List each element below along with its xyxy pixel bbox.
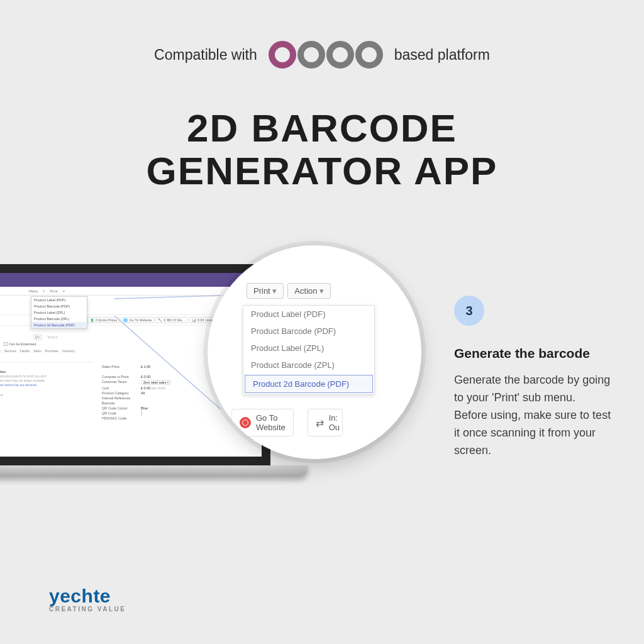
tab-services[interactable]: Services [4,349,16,353]
mini-opt-4[interactable]: Product Barcode (ZPL) [31,316,87,322]
category[interactable]: All [141,391,145,395]
mag-opt-1[interactable]: Product Label (PDF) [243,306,374,323]
mag-print-button[interactable]: Print [247,283,284,299]
odoo-o-icon [269,41,296,69]
mag-opt-5[interactable]: Product 2d Barcode (PDF) [245,375,373,393]
app-toolbar: Mass ▾ Print ▾ [0,287,262,296]
page-title: 2D BARCODE GENERATOR APP [0,107,644,192]
mag-print-dropdown[interactable]: Product Label (PDF) Product Barcode (PDF… [243,305,375,395]
mini-opt-5[interactable]: Product 2d Barcode (PDF) [31,322,87,328]
mini-opt-2[interactable]: Product Barcode (PDF) [31,303,87,309]
mag-opt-4[interactable]: Product Barcode (ZPL) [243,357,374,374]
smart-extra-prices[interactable]: 💲0 Extra Prices [87,317,120,323]
chk-expensed[interactable]: Can be Expensed [9,342,36,346]
odoo-logo [269,41,383,69]
brand-placeholder[interactable]: Brand [48,335,58,339]
odoo-d-icon [297,41,325,69]
smart-bom[interactable]: 🔧0 Bill Of Ma… [155,317,187,323]
form-tabs: General Information Attributes & Variant… [0,349,93,362]
footer-logo: yechte CREATING VALUE [49,586,126,613]
compat-prefix: Compatible with [154,47,257,64]
title-line1: 2D BARCODE [0,107,644,150]
laptop-base [0,465,308,477]
compat-suffix: based platform [394,47,490,64]
mini-print-dropdown[interactable]: Product Label (PDF) Product Barcode (PDF… [31,296,87,329]
magnifier-callout: Print Action Product Label (PDF) Product… [208,245,421,459]
tab-purchase[interactable]: Purchase [45,349,58,353]
sales-price[interactable]: £ 1.00 [141,365,150,369]
cost[interactable]: £ 0.00 [141,386,150,390]
tab-sales[interactable]: Sales [33,349,42,353]
copy-body: Generate the barcode by going to your 'P… [454,372,611,459]
lang-pill[interactable]: EN [33,335,42,340]
compat-line: Compatible with based platform [0,41,644,69]
invoicing-policy[interactable]: Ordered quantities [0,370,6,374]
title-line2: GENERATOR APP [0,150,644,192]
barcode-preview [141,411,142,416]
footer-brand: yechte [49,586,126,607]
mag-in-out[interactable]: ⇄ In:Ou [308,409,343,436]
compare-price[interactable]: £ 0.00 [141,375,150,379]
toolbar-mass[interactable]: Mass [29,289,38,293]
tab-attrs[interactable]: Attributes & Variants [0,349,1,353]
footer-tagline: CREATING VALUE [49,606,126,613]
copy-panel: 3 Generate the barcode Generate the barc… [454,296,611,460]
globe-icon [240,417,251,428]
mini-opt-1[interactable]: Product Label (PDF) [31,297,87,303]
customer-taxes[interactable]: Zero rated sales × [141,380,171,385]
odoo-o2-icon [326,41,354,69]
transfer-icon: ⇄ [316,417,324,429]
mag-opt-3[interactable]: Product Label (ZPL) [243,340,374,357]
mag-opt-2[interactable]: Product Barcode (PDF) [243,323,374,340]
step-badge: 3 [454,296,484,326]
mini-opt-3[interactable]: Product Label (ZPL) [31,309,87,316]
smart-website[interactable]: 🌐 Go To Website [121,317,154,323]
qr-colour[interactable]: Blue [141,406,148,410]
copy-heading: Generate the barcode [454,345,611,362]
mag-action-button[interactable]: Action [287,283,331,299]
tab-inventory[interactable]: Inventory [62,349,75,353]
odoo-o3-icon [355,41,383,69]
app-navbar: Reporting Configuration My [0,273,262,287]
tab-details[interactable]: Details [20,349,30,353]
toolbar-print[interactable]: Print [50,289,57,293]
